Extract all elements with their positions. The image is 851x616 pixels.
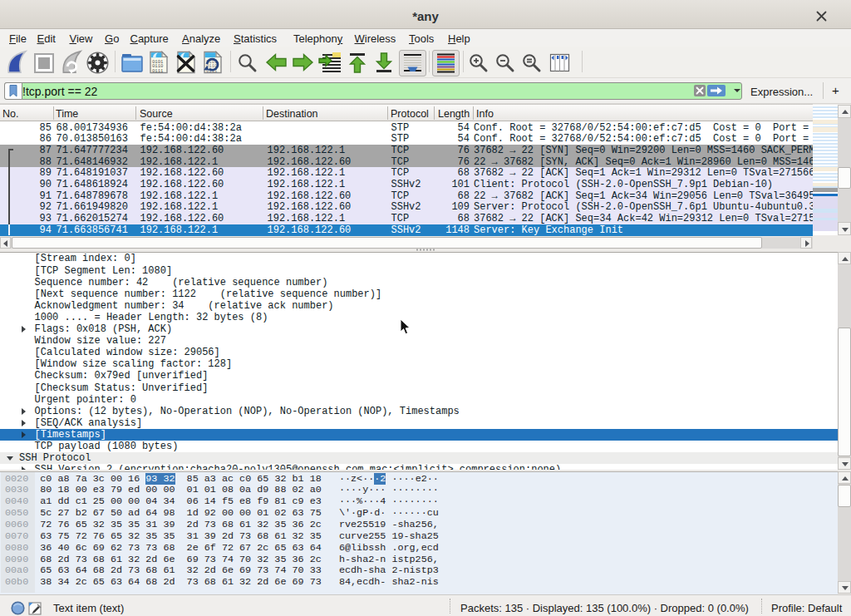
svg-text:0111: 0111 <box>152 68 164 74</box>
